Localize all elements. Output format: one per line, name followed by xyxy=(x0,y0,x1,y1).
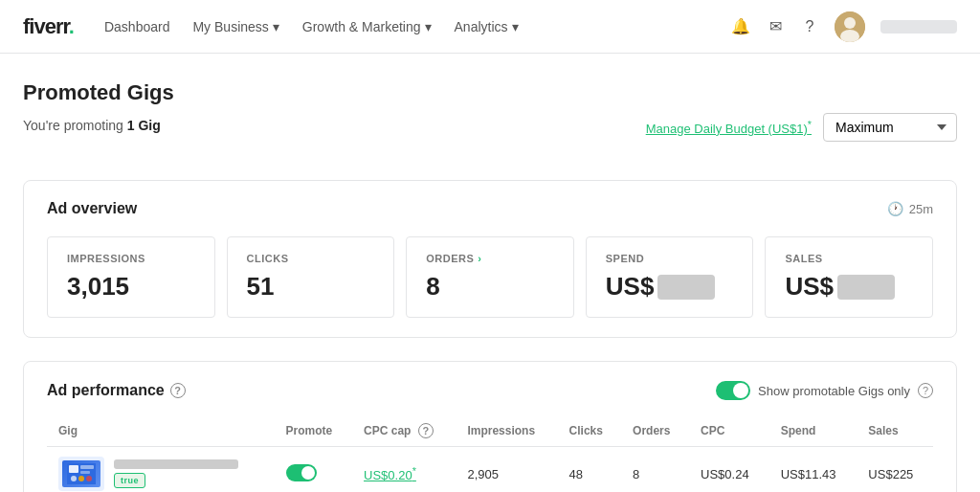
section-header: Ad performance ? Show promotable Gigs on… xyxy=(47,381,933,400)
sales-label: SALES xyxy=(785,253,913,264)
nav-analytics[interactable]: Analytics ▾ xyxy=(455,19,519,34)
orders-label: ORDERS › xyxy=(426,253,554,264)
orders-cell-1: 8 xyxy=(621,447,689,493)
section-title: Ad performance ? xyxy=(47,382,186,399)
impressions-cell-1: 2,905 xyxy=(456,447,557,493)
gig-details-1: true xyxy=(114,459,238,488)
sales-value: US$ xyxy=(785,272,913,302)
performance-table: Gig Promote CPC cap ? Impressions Clicks… xyxy=(47,415,933,492)
gig-name-blur-1 xyxy=(114,459,238,469)
clicks-label: CLICKS xyxy=(247,253,375,264)
stat-spend: SPEND US$ xyxy=(586,236,754,318)
gig-thumbnail-1 xyxy=(58,457,104,491)
navbar: fiverr. Dashboard My Business ▾ Growth &… xyxy=(0,0,980,54)
ad-overview-card: Ad overview 🕐 25m IMPRESSIONS 3,015 CLIC… xyxy=(23,180,957,338)
spend-blurred xyxy=(657,275,715,300)
clicks-value: 51 xyxy=(247,272,375,302)
sales-cell-1: US$225 xyxy=(857,447,933,493)
svg-rect-5 xyxy=(80,465,94,469)
mail-icon[interactable]: ✉ xyxy=(766,17,785,36)
cpc-cell-1: US$0.24 xyxy=(689,447,769,493)
nav-links: Dashboard My Business ▾ Growth & Marketi… xyxy=(104,19,731,34)
ad-overview-title: Ad overview xyxy=(47,200,137,217)
card-header: Ad overview 🕐 25m xyxy=(47,200,933,217)
recommended-badge-1: true xyxy=(114,473,145,488)
stat-clicks: CLICKS 51 xyxy=(227,236,395,318)
help-icon[interactable]: ? xyxy=(800,17,819,36)
nav-right: 🔔 ✉ ? xyxy=(731,11,957,42)
col-orders: Orders xyxy=(621,415,689,447)
page-content: Promoted Gigs You're promoting 1 Gig Man… xyxy=(0,54,980,492)
promo-subtitle: You're promoting 1 Gig xyxy=(23,118,161,133)
toggle-row: Show promotable Gigs only ? xyxy=(716,381,933,400)
svg-point-1 xyxy=(844,17,856,29)
show-promotable-toggle[interactable] xyxy=(716,381,750,400)
spend-label: SPEND xyxy=(606,253,734,264)
logo[interactable]: fiverr. xyxy=(23,14,74,39)
stats-row: IMPRESSIONS 3,015 CLICKS 51 ORDERS › 8 S… xyxy=(47,236,933,318)
nav-growth-marketing[interactable]: Growth & Marketing ▾ xyxy=(302,19,432,34)
avatar[interactable] xyxy=(835,11,865,42)
impressions-label: IMPRESSIONS xyxy=(67,253,195,264)
svg-point-8 xyxy=(78,476,84,481)
sales-blurred xyxy=(837,275,895,300)
spend-cell-1: US$11.43 xyxy=(769,447,858,493)
chevron-down-icon: ▾ xyxy=(273,19,279,34)
spend-value: US$ xyxy=(606,272,734,302)
gig-cell-1: true xyxy=(47,447,275,493)
orders-link-icon: › xyxy=(478,253,481,264)
stat-sales: SALES US$ xyxy=(765,236,933,318)
col-gig: Gig xyxy=(47,415,275,447)
table-row: true US$0.20* 2,905 48 8 xyxy=(47,447,933,493)
impressions-value: 3,015 xyxy=(67,272,195,302)
svg-point-7 xyxy=(71,476,77,481)
manage-budget-link[interactable]: Manage Daily Budget (US$1)* xyxy=(646,119,812,136)
chevron-down-icon: ▾ xyxy=(512,19,519,34)
page-title: Promoted Gigs xyxy=(23,80,957,105)
section-help-icon[interactable]: ? xyxy=(170,383,186,398)
stat-impressions: IMPRESSIONS 3,015 xyxy=(47,236,215,318)
nav-dashboard[interactable]: Dashboard xyxy=(104,19,170,34)
bell-icon[interactable]: 🔔 xyxy=(731,17,750,36)
gig-info-1: true xyxy=(58,457,263,491)
promote-cell-1 xyxy=(275,447,352,493)
card-time: 🕐 25m xyxy=(887,201,933,216)
col-promote: Promote xyxy=(275,415,352,447)
col-sales: Sales xyxy=(857,415,933,447)
col-impressions: Impressions xyxy=(456,415,557,447)
stat-orders: ORDERS › 8 xyxy=(406,236,574,318)
col-spend: Spend xyxy=(769,415,858,447)
orders-value: 8 xyxy=(426,272,554,302)
budget-row: Manage Daily Budget (US$1)* Maximum Cust… xyxy=(646,113,957,142)
cpc-cap-link-1[interactable]: US$0.20* xyxy=(364,468,416,482)
logo-dot: . xyxy=(69,14,74,38)
cpc-cap-help-icon[interactable]: ? xyxy=(418,423,434,438)
ad-performance-card: Ad performance ? Show promotable Gigs on… xyxy=(23,361,957,492)
col-cpc-cap: CPC cap ? xyxy=(352,415,456,447)
svg-point-9 xyxy=(86,476,92,481)
clicks-cell-1: 48 xyxy=(558,447,622,493)
col-cpc: CPC xyxy=(689,415,769,447)
promote-toggle-1[interactable] xyxy=(286,464,317,481)
chevron-down-icon: ▾ xyxy=(425,19,432,34)
nav-my-business[interactable]: My Business ▾ xyxy=(192,19,278,34)
username xyxy=(880,20,957,34)
svg-rect-4 xyxy=(69,465,78,473)
table-header-row: Gig Promote CPC cap ? Impressions Clicks… xyxy=(47,415,933,447)
toggle-help-icon[interactable]: ? xyxy=(918,383,933,398)
col-clicks: Clicks xyxy=(558,415,622,447)
cpc-cap-cell-1[interactable]: US$0.20* xyxy=(352,447,456,493)
clock-icon: 🕐 xyxy=(887,201,903,216)
logo-text: fiverr xyxy=(23,14,69,38)
budget-select[interactable]: Maximum Custom xyxy=(823,113,957,142)
svg-rect-6 xyxy=(80,471,90,474)
thumb-visual-1 xyxy=(62,460,100,487)
